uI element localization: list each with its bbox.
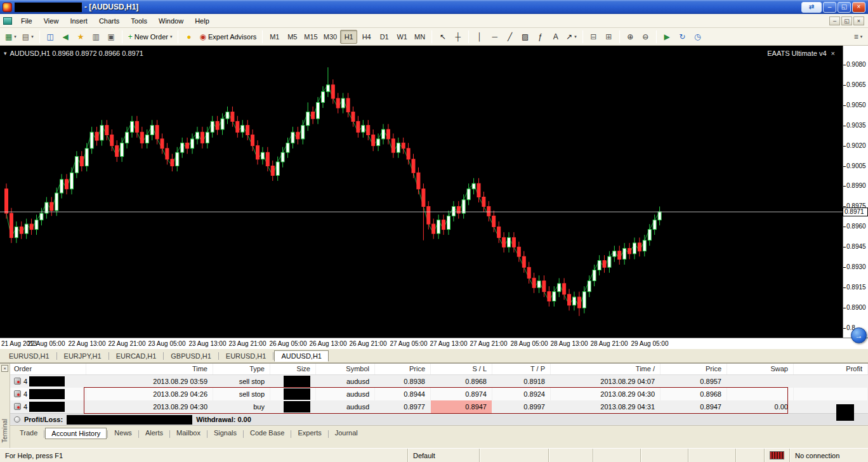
statusbar-connection[interactable]: No connection <box>789 449 868 462</box>
timeframe-m30-button[interactable]: M30 <box>321 30 339 44</box>
zoom-out-button[interactable]: ⊖ <box>638 30 653 44</box>
chart-tab-eurcad-h1[interactable]: EURCAD,H1 <box>110 351 163 361</box>
trendline-button[interactable]: ╱ <box>503 30 517 44</box>
minimize-button[interactable]: – <box>823 2 836 13</box>
restore-button[interactable]: ◱ <box>838 2 851 13</box>
market-watch-button[interactable]: ◫ <box>43 30 58 44</box>
menu-file[interactable]: File <box>15 15 38 27</box>
chart-tab-eurusd-h1[interactable]: EURUSD,H1 <box>3 351 56 361</box>
timeframe-w1-button[interactable]: W1 <box>393 30 411 44</box>
terminal-tab-trade[interactable]: Trade <box>14 428 43 438</box>
ea-close-icon[interactable]: × <box>831 50 835 57</box>
cell-tp: 0.8924 <box>492 388 551 400</box>
channel-button[interactable]: ▨ <box>518 30 532 44</box>
chart-tab-eurusd-h1[interactable]: EURUSD,H1 <box>220 351 273 361</box>
menu-charts[interactable]: Charts <box>93 15 125 27</box>
terminal-tab-code-base[interactable]: Code Base <box>244 428 290 438</box>
new-order-button[interactable]: +New Order▾ <box>126 30 175 44</box>
history-row[interactable]: 42013.08.29 04:30buyaudusd0.89770.89470.… <box>10 400 868 413</box>
terminal-tab-experts[interactable]: Experts <box>292 428 327 438</box>
terminal-tab-news[interactable]: News <box>109 428 138 438</box>
statusbar-help: For Help, press F1 <box>0 449 407 462</box>
toolbar: ▦▾▤▾◫◀★▥▣+New Order▾●◉Expert AdvisorsM1M… <box>0 28 868 46</box>
close-button[interactable]: × <box>852 2 865 13</box>
zoom-in-button[interactable]: ⊕ <box>623 30 638 44</box>
timeframe-h4-button[interactable]: H4 <box>358 30 375 44</box>
column-header-tp[interactable]: T / P <box>492 364 551 374</box>
templates-button[interactable]: ≡▾ <box>851 30 865 44</box>
fibonacci-button[interactable]: ƒ <box>533 30 548 44</box>
menu-help[interactable]: Help <box>189 15 215 27</box>
terminal-tab-alerts[interactable]: Alerts <box>140 428 169 438</box>
history-row[interactable]: 42013.08.29 04:26sell stopaudusd0.89440.… <box>10 388 868 400</box>
column-header-symbol[interactable]: Symbol <box>316 364 375 374</box>
column-header-time2[interactable]: Time / <box>551 364 661 374</box>
chart-shift-button[interactable]: ◀ <box>58 30 73 44</box>
cursor-button[interactable]: ↖ <box>435 30 450 44</box>
trendline-icon: ╱ <box>508 33 512 41</box>
crosshair-button[interactable]: ┼ <box>450 30 465 44</box>
terminal-tab-signals[interactable]: Signals <box>208 428 242 438</box>
terminal-tab-account-history[interactable]: Account History <box>45 428 107 439</box>
timeframe-m15-button[interactable]: M15 <box>301 30 320 44</box>
alerts-button[interactable]: ● <box>181 30 196 44</box>
child-close-button[interactable]: × <box>853 16 864 25</box>
chart-tab-audusd-h1[interactable]: AUDUSD,H1 <box>274 350 329 362</box>
horizontal-line-button[interactable]: ─ <box>487 30 502 44</box>
time-axis[interactable]: 21 Aug 201322 Aug 05:0022 Aug 13:0022 Au… <box>0 338 868 349</box>
history-row[interactable]: 42013.08.29 03:59sell stopaudusd0.89380.… <box>10 375 868 388</box>
column-header-profit[interactable]: Profit <box>794 364 868 374</box>
timeframe-h1-button[interactable]: H1 <box>340 30 357 44</box>
menu-insert[interactable]: Insert <box>64 15 93 27</box>
new-chart-button[interactable]: ▦▾ <box>3 30 19 44</box>
chart-plot[interactable]: ▾ AUDUSD,H1 0.8968 0.8972 0.8966 0.8971 … <box>0 46 843 338</box>
chart-tab-eurjpy-h1[interactable]: EURJPY,H1 <box>58 351 108 361</box>
column-header-size[interactable]: Size <box>270 364 316 374</box>
child-minimize-button[interactable]: – <box>829 16 840 25</box>
profiles-button[interactable]: ▤▾ <box>20 30 36 44</box>
terminal-tab-journal[interactable]: Journal <box>329 428 364 438</box>
favorites-icon: ★ <box>77 33 84 41</box>
statusbar-connection-indicator[interactable] <box>764 449 789 462</box>
timeframe-d1-button[interactable]: D1 <box>376 30 393 44</box>
resize-button[interactable]: ⇄ <box>801 2 822 13</box>
column-header-price[interactable]: Price <box>375 364 431 374</box>
one-click-trading-arrow-icon[interactable]: ▾ <box>4 50 7 56</box>
scroll-to-end-button[interactable]: → <box>851 327 867 343</box>
menu-window[interactable]: Window <box>153 15 189 27</box>
column-header-price2[interactable]: Price <box>661 364 727 374</box>
column-header-type[interactable]: Type <box>213 364 270 374</box>
menu-view[interactable]: View <box>38 15 65 27</box>
schedule-icon: ◷ <box>694 33 700 41</box>
vertical-line-button[interactable]: │ <box>472 30 487 44</box>
data-window-button[interactable]: ▣ <box>104 30 119 44</box>
column-header-swap[interactable]: Swap <box>727 364 794 374</box>
tile-windows-button[interactable]: ▥ <box>89 30 103 44</box>
tile-horizontal-button[interactable]: ⊟ <box>586 30 601 44</box>
cell-time: 2013.08.29 03:59 <box>86 375 213 388</box>
timeframe-m5-button[interactable]: M5 <box>284 30 301 44</box>
tab-separator <box>56 352 57 360</box>
arrows-button[interactable]: ↗▾ <box>563 30 579 44</box>
terminal-close-icon[interactable]: × <box>1 365 8 372</box>
column-header-time[interactable]: Time <box>86 364 213 374</box>
menu-tools[interactable]: Tools <box>125 15 153 27</box>
favorites-button[interactable]: ★ <box>74 30 88 44</box>
expert-advisors-button[interactable]: ◉Expert Advisors <box>197 30 259 44</box>
chart-tab-gbpusd-h1[interactable]: GBPUSD,H1 <box>164 351 218 361</box>
strategy-tester-button[interactable]: ▶ <box>660 30 674 44</box>
tile-vertical-button[interactable]: ⊞ <box>602 30 616 44</box>
price-axis[interactable]: 0.90800.90650.90500.90350.90200.90050.89… <box>843 46 868 338</box>
schedule-button[interactable]: ◷ <box>690 30 705 44</box>
auto-trading-button[interactable]: ↻ <box>675 30 690 44</box>
text-button[interactable]: A <box>548 30 563 44</box>
column-header-sl[interactable]: S / L <box>431 364 492 374</box>
timeframe-mn-button[interactable]: MN <box>411 30 428 44</box>
column-header-order[interactable]: Order <box>10 364 86 374</box>
toolbar-separator <box>619 30 620 43</box>
timeframe-m1-button[interactable]: M1 <box>266 30 283 44</box>
cell-sl: 0.8947 <box>431 400 492 413</box>
order-icon <box>14 390 21 397</box>
terminal-tab-mailbox[interactable]: Mailbox <box>171 428 206 438</box>
child-restore-button[interactable]: ◱ <box>841 16 852 25</box>
